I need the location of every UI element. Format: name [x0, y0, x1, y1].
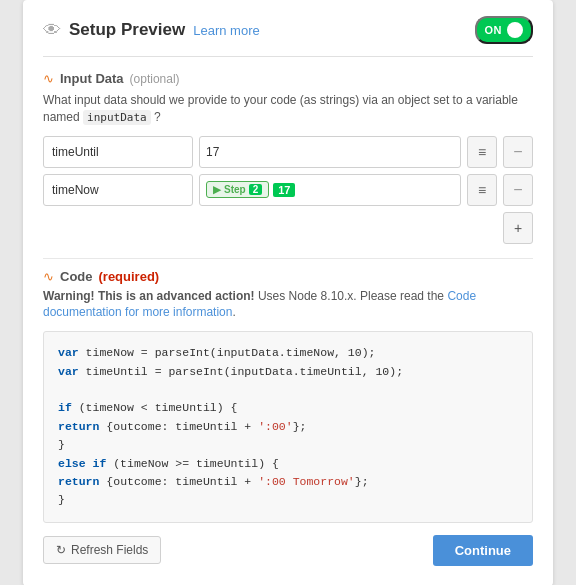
header-left: 👁 Setup Preview Learn more	[43, 20, 260, 41]
header: 👁 Setup Preview Learn more ON	[43, 16, 533, 57]
footer: ↻ Refresh Fields Continue	[43, 535, 533, 566]
input-row-1: 17 ≡ −	[43, 136, 533, 168]
code-section-icon: ∿	[43, 269, 54, 284]
input-key-2[interactable]	[43, 174, 193, 206]
input-value-1: 17	[199, 136, 461, 168]
minus-icon-2: −	[513, 181, 522, 199]
input-section-optional: (optional)	[130, 72, 180, 86]
desc-suffix: ?	[154, 110, 161, 124]
step-icon: ▶	[213, 184, 221, 195]
input-value-text-1: 17	[206, 145, 454, 159]
step-label: Step	[224, 184, 246, 195]
variable-name: inputData	[83, 110, 151, 125]
input-key-1[interactable]	[43, 136, 193, 168]
list-icon-symbol-2: ≡	[478, 182, 486, 198]
list-icon-1[interactable]: ≡	[467, 136, 497, 168]
code-section: ∿ Code (required) Warning! This is an ad…	[43, 269, 533, 523]
code-section-title: Code	[60, 269, 93, 284]
input-data-section: ∿ Input Data (optional) What input data …	[43, 71, 533, 244]
page-title: Setup Preview	[69, 20, 185, 40]
add-row-button[interactable]: +	[503, 212, 533, 244]
list-icon-symbol: ≡	[478, 144, 486, 160]
toggle-label: ON	[485, 24, 503, 36]
step-badge: ▶ Step 2	[206, 181, 269, 198]
input-section-icon: ∿	[43, 71, 54, 86]
toggle-circle	[507, 22, 523, 38]
add-row-area: +	[43, 212, 533, 244]
minus-icon-1: −	[513, 143, 522, 161]
learn-more-link[interactable]: Learn more	[193, 23, 259, 38]
list-icon-2[interactable]: ≡	[467, 174, 497, 206]
setup-preview-card: 👁 Setup Preview Learn more ON ∿ Input Da…	[23, 0, 553, 585]
toggle-on-button[interactable]: ON	[475, 16, 534, 44]
remove-row-1-button[interactable]: −	[503, 136, 533, 168]
input-section-title: Input Data	[60, 71, 124, 86]
refresh-fields-button[interactable]: ↻ Refresh Fields	[43, 536, 161, 564]
input-row-2: ▶ Step 2 17 ≡ −	[43, 174, 533, 206]
section-divider	[43, 258, 533, 259]
warning-text: Warning! This is an advanced action! Use…	[43, 288, 533, 322]
eye-icon: 👁	[43, 20, 61, 41]
required-label: (required)	[99, 269, 160, 284]
input-value-2: ▶ Step 2 17	[199, 174, 461, 206]
step-value: 17	[273, 183, 295, 197]
code-block[interactable]: var timeNow = parseInt(inputData.timeNow…	[43, 331, 533, 523]
input-section-desc: What input data should we provide to you…	[43, 92, 533, 126]
step-number: 2	[249, 184, 263, 195]
refresh-icon: ↻	[56, 543, 66, 557]
plus-icon: +	[514, 220, 522, 236]
continue-button[interactable]: Continue	[433, 535, 533, 566]
remove-row-2-button[interactable]: −	[503, 174, 533, 206]
refresh-label: Refresh Fields	[71, 543, 148, 557]
warning-strong: Warning! This is an advanced action!	[43, 289, 255, 303]
input-section-label: ∿ Input Data (optional)	[43, 71, 533, 86]
code-section-label: ∿ Code (required)	[43, 269, 533, 284]
